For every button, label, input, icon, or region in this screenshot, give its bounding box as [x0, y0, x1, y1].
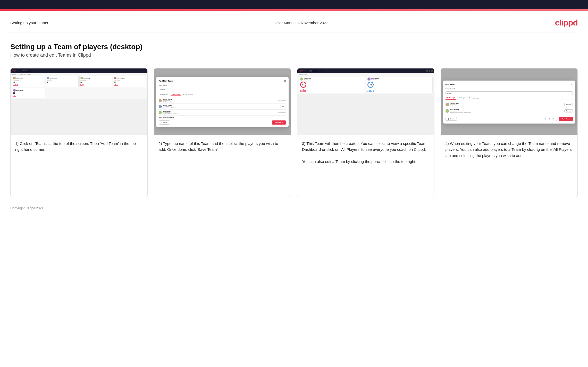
card-2-text: 2) Type the name of this Team and then s… [154, 135, 291, 158]
modal4-close-icon[interactable]: ✕ [571, 83, 573, 86]
main-content: Setting up a Team of players (desktop) H… [0, 32, 588, 202]
modal4-tab-allplayers[interactable]: All Players [458, 97, 467, 100]
card-2: Add New Team ✕ Team Name * My Team (2) A… [154, 68, 291, 197]
modal4-player-row: Blair McHarg Plus Handicap Royal North D… [446, 108, 573, 114]
page-subtitle: How to create and edit Teams in Clippd [10, 53, 578, 58]
add-team-modal: Add New Team ✕ Team Name * My Team (2) A… [156, 77, 289, 127]
modal2-team-name-label: Team Name * [159, 84, 286, 86]
card-4-text: 4) When editing your Team, you can chang… [441, 135, 578, 164]
modal4-tab-myteam[interactable]: My Team (2) [446, 97, 456, 100]
player-added-label: Player Added [278, 100, 286, 101]
player-added-label: Player Added [278, 112, 286, 113]
modal4-cancel-button[interactable]: Cancel [545, 117, 557, 121]
cards-row: clippd Home My Performance Teams Viewing… [10, 68, 578, 197]
modal2-player-row: Dave Billingham 3.5 HandicapThe Ding May… [159, 116, 286, 118]
modal2-tab-myteam[interactable]: My Team (2) [159, 93, 169, 96]
player-avatar [159, 111, 162, 114]
modal2-close-icon[interactable]: ✕ [284, 80, 286, 82]
modal2-tabs: My Team (2) All Players Filter by name [159, 93, 286, 96]
modal4-team-name-label: Team Name * [446, 88, 573, 90]
player-add-button[interactable]: Add [280, 105, 286, 108]
modal4-remove-button[interactable]: Remove [564, 103, 573, 106]
add-team-modal-bg: Add New Team ✕ Team Name * My Team (2) A… [154, 68, 291, 135]
modal2-filter: Filter by name [182, 93, 193, 96]
modal4-player-detail2: The Shire London, United Kingdom [450, 105, 466, 107]
player-club: 1.5 HandicapCentral London Golf Centre [163, 106, 177, 109]
modal4-title: Edit Team [446, 83, 455, 86]
player-name: Adrian Player [163, 99, 172, 100]
header-section-label: Setting up your teams [10, 21, 48, 25]
card-1-text: 1) Click on 'Teams' at the top of the sc… [11, 135, 147, 158]
card-1-screenshot: clippd Home My Performance Teams Viewing… [11, 68, 147, 135]
modal4-player-row: Adrian Player Plus Handicap The Shire Lo… [446, 101, 573, 108]
card-3: clippd Home My Performance Teams Viewing… [297, 68, 434, 197]
player-club: Plus HandicapThe Shire London [163, 100, 172, 103]
modal4-filter: Filter by name [469, 97, 479, 100]
card-3-text: 3) This Team will then be created. You c… [297, 135, 434, 170]
modal2-cancel-button[interactable]: Cancel [159, 120, 170, 125]
card-1: clippd Home My Performance Teams Viewing… [10, 68, 148, 197]
modal2-player-row: Blair McHarg Plus HandicapRoyal North De… [159, 110, 286, 116]
edit-team-modal-bg: Edit Team ✕ Team Name * My Team (2) All … [441, 68, 578, 135]
modal2-title: Add New Team [159, 80, 173, 82]
card-4-screenshot: Edit Team ✕ Team Name * My Team (2) All … [441, 68, 578, 135]
modal2-filter-checkbox[interactable] [182, 94, 184, 95]
player-club: Plus HandicapRoyal North Devon Golf Club [163, 112, 178, 115]
modal4-player-info: Blair McHarg Plus Handicap Royal North D… [446, 109, 471, 113]
modal4-player-avatar [446, 103, 449, 106]
modal4-tabs: My Team (2) All Players Filter by name [446, 97, 573, 100]
modal2-tab-allplayers[interactable]: All Players [171, 93, 181, 96]
header-manual-label: User Manual – November 2022 [275, 21, 328, 25]
modal4-action-buttons: Cancel Save Team [545, 117, 573, 121]
modal2-player-row: Adrian Coliba 1.5 HandicapCentral London… [159, 104, 286, 110]
trash-icon: 🗑 [448, 118, 449, 120]
player-avatar [159, 105, 162, 108]
edit-team-modal: Edit Team ✕ Team Name * My Team (2) All … [443, 81, 576, 124]
modal4-save-button[interactable]: Save Team [559, 117, 573, 121]
top-bar [0, 0, 588, 9]
page-title: Setting up a Team of players (desktop) [10, 43, 578, 51]
card-4: Edit Team ✕ Team Name * My Team (2) All … [441, 68, 578, 197]
modal2-player-list: Adrian Player Plus HandicapThe Shire Lon… [159, 98, 286, 118]
card-2-screenshot: Add New Team ✕ Team Name * My Team (2) A… [154, 68, 291, 135]
modal2-save-button[interactable]: Save Team [272, 120, 286, 125]
modal4-remove-button[interactable]: Remove [564, 109, 573, 112]
modal2-player-row: Adrian Player Plus HandicapThe Shire Lon… [159, 98, 286, 104]
modal4-player-info: Adrian Player Plus Handicap The Shire Lo… [446, 102, 466, 107]
player-add-button[interactable]: Add [280, 117, 286, 118]
player-avatar [159, 99, 162, 102]
modal4-player-avatar [446, 109, 449, 113]
modal4-filter-checkbox[interactable] [469, 97, 470, 99]
modal4-delete-button[interactable]: 🗑 Delete [446, 117, 457, 121]
card-3-screenshot: clippd Home My Performance Teams Viewing… [297, 68, 434, 135]
modal2-team-name-input[interactable] [159, 88, 286, 91]
modal4-footer: 🗑 Delete Cancel Save Team [446, 117, 573, 121]
modal4-team-name-input[interactable] [446, 91, 573, 95]
modal2-footer: Cancel Save Team [159, 120, 286, 125]
modal4-player-detail2: Royal North Devon Golf Club, United King… [450, 112, 471, 113]
player-avatar [159, 117, 162, 118]
header-logo: clippd [555, 18, 578, 28]
header: Setting up your teams User Manual – Nove… [0, 11, 588, 32]
footer-copyright: Copyright Clippd 2021 [0, 202, 588, 214]
player-club: 3.5 HandicapThe Ding Maying Golf Club [163, 118, 177, 118]
